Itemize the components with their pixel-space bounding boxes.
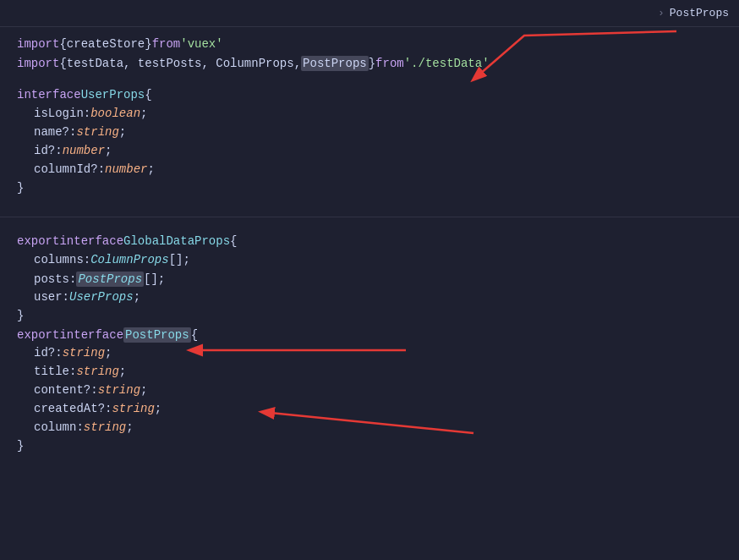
code-line: column : string ; <box>0 420 739 439</box>
keyword-import: import <box>17 37 59 51</box>
code-line: columnId ? : number ; <box>0 162 739 181</box>
code-line: } <box>0 309 739 327</box>
code-line: title : string ; <box>0 365 739 383</box>
breadcrumb-chevron-icon: › <box>658 7 665 19</box>
breadcrumb-label: PostProps <box>670 7 729 19</box>
code-line: } <box>0 181 739 200</box>
postprops-highlight-posts: PostProps <box>76 272 144 287</box>
code-line: export interface GlobalDataProps { <box>0 234 739 253</box>
code-line: id ? : string ; <box>0 346 739 365</box>
code-line-empty <box>0 74 739 88</box>
code-line: content ? : string ; <box>0 383 739 402</box>
code-line: } <box>0 439 739 458</box>
code-line: import { testData, testPosts, ColumnProp… <box>0 56 739 74</box>
code-line: user : UserProps ; <box>0 290 739 309</box>
postprops-highlight-import: PostProps <box>301 56 369 71</box>
section-divider <box>0 217 739 217</box>
code-line: posts : PostProps []; <box>0 272 739 290</box>
code-line: id ? : number ; <box>0 144 739 162</box>
code-line: interface UserProps { <box>0 88 739 107</box>
code-line: isLogin : boolean ; <box>0 107 739 125</box>
code-line-empty <box>0 200 739 213</box>
code-line: columns : ColumnProps []; <box>0 253 739 272</box>
breadcrumb-bar: › PostProps <box>0 0 739 27</box>
code-line-empty <box>0 221 739 234</box>
code-line: name ? : string ; <box>0 125 739 144</box>
code-line: import { createStore } from 'vuex' <box>0 37 739 56</box>
code-line: createdAt ? : string ; <box>0 402 739 420</box>
code-line: export interface PostProps { <box>0 327 739 346</box>
postprops-highlight-interface: PostProps <box>123 327 191 343</box>
editor: › PostProps import { createStore } from … <box>0 0 739 560</box>
breadcrumb-item: › PostProps <box>658 7 729 19</box>
code-editor[interactable]: import { createStore } from 'vuex' impor… <box>0 27 739 560</box>
